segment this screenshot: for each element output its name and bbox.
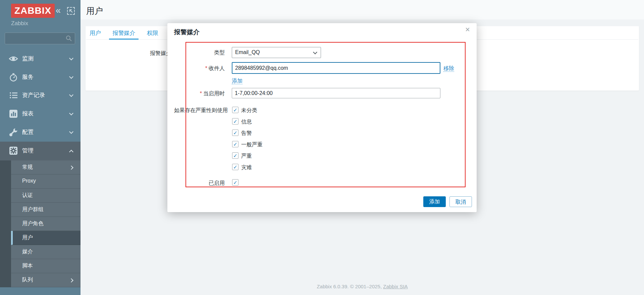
server-name: Zabbix — [11, 20, 28, 27]
send-to-input[interactable] — [232, 62, 440, 74]
footer-zabbix-sia-link[interactable]: Zabbix SIA — [383, 284, 408, 289]
sidebar: ZABBIX « Zabbix 监测 — [0, 0, 80, 295]
inventory-list-icon — [9, 91, 18, 100]
sidebar-item-label: 服务 — [22, 73, 34, 81]
chevron-right-icon — [69, 278, 73, 283]
severity-checkbox-information[interactable]: ✓ — [232, 118, 238, 125]
add-button[interactable]: 添加 — [423, 196, 446, 207]
when-active-input[interactable] — [232, 88, 440, 98]
tab-media[interactable]: 报警媒介 — [109, 26, 139, 40]
type-select-value: Email_QQ — [235, 49, 260, 55]
sidebar-item-administration[interactable]: 管理 — [0, 142, 80, 160]
sidebar-item-label: 报表 — [22, 110, 34, 117]
sidebar-item-label: 资产记录 — [22, 91, 45, 99]
dialog-title: 报警媒介 — [174, 28, 200, 37]
submenu-item-user-roles[interactable]: 用户角色 — [11, 217, 80, 231]
severity-checkbox-warning[interactable]: ✓ — [232, 130, 238, 136]
sidebar-item-inventory[interactable]: 资产记录 — [0, 86, 80, 104]
add-recipient-link[interactable]: 添加 — [232, 78, 243, 84]
remove-link[interactable]: 移除 — [443, 65, 454, 72]
submenu-item-user-groups[interactable]: 用户群组 — [11, 203, 80, 217]
page-title: 用户 — [86, 5, 103, 16]
wrench-icon — [9, 128, 18, 137]
chevron-down-icon — [69, 93, 73, 97]
severity-option-label: 告警 — [241, 130, 252, 137]
chevron-up-icon — [69, 150, 73, 154]
tab-permissions[interactable]: 权限 — [144, 26, 162, 40]
enabled-label: 已启用 — [174, 180, 225, 187]
type-select[interactable]: Email_QQ — [232, 47, 321, 58]
kiosk-mode-icon[interactable] — [67, 7, 75, 15]
chevron-down-icon — [69, 111, 73, 115]
collapse-sidebar-icon[interactable]: « — [56, 5, 61, 16]
sidebar-item-services[interactable]: 服务 — [0, 68, 80, 86]
required-asterisk: * — [205, 65, 207, 71]
eye-icon — [9, 54, 18, 63]
chevron-down-icon — [69, 130, 73, 134]
gear-icon — [9, 146, 18, 155]
severity-option-label: 一般严重 — [241, 141, 263, 148]
submenu-item-queue[interactable]: 队列 — [11, 273, 80, 287]
severity-option-label: 信息 — [241, 118, 252, 126]
sidebar-item-label: 配置 — [22, 128, 34, 136]
send-to-label: *收件人 — [174, 65, 225, 72]
required-asterisk: * — [200, 91, 202, 96]
severity-option-label: 未分类 — [241, 107, 257, 114]
zabbix-logo[interactable]: ZABBIX — [11, 4, 55, 18]
when-active-label: *当启用时 — [174, 90, 225, 97]
chevron-down-icon — [69, 75, 73, 79]
sidebar-item-label: 监测 — [22, 55, 34, 62]
severity-checkbox-not-classified[interactable]: ✓ — [232, 107, 238, 113]
enabled-checkbox[interactable]: ✓ — [232, 179, 238, 186]
report-chart-icon — [9, 109, 18, 118]
sidebar-search — [5, 33, 75, 44]
severity-checkbox-disaster[interactable]: ✓ — [232, 164, 238, 170]
sidebar-item-label: 管理 — [22, 147, 34, 154]
severity-checkbox-average[interactable]: ✓ — [232, 141, 238, 147]
administration-submenu: 常规 Proxy 认证 用户群组 用户角色 用户 媒介 脚本 — [0, 160, 80, 287]
media-dialog: 报警媒介 × 类型 Email_QQ *收件人 移除 添加 *当启用时 如果存在… — [167, 23, 477, 212]
chevron-down-icon — [69, 56, 73, 60]
severity-option-label: 严重 — [241, 153, 252, 160]
page-header — [80, 0, 644, 19]
chevron-down-icon — [313, 50, 317, 54]
footer: Zabbix 6.0.39. © 2001–2025, Zabbix SIA — [80, 284, 644, 289]
zabbix-app: ZABBIX « Zabbix 监测 — [0, 0, 644, 295]
submenu-item-authentication[interactable]: 认证 — [11, 189, 80, 203]
sidebar-item-monitoring[interactable]: 监测 — [0, 50, 80, 68]
search-icon[interactable] — [65, 35, 72, 42]
tab-user[interactable]: 用户 — [86, 26, 104, 40]
severity-label: 如果存在严重性则使用 — [174, 107, 225, 114]
kiosk-arrow-icon — [68, 8, 73, 13]
footer-version-text: Zabbix 6.0.39. © 2001–2025, — [317, 284, 383, 289]
sidebar-item-reports[interactable]: 报表 — [0, 105, 80, 123]
submenu-item-users[interactable]: 用户 — [11, 231, 80, 245]
chevron-right-icon — [69, 165, 73, 170]
submenu-item-scripts[interactable]: 脚本 — [11, 259, 80, 273]
sidebar-item-configuration[interactable]: 配置 — [0, 123, 80, 141]
submenu-item-general[interactable]: 常规 — [11, 160, 80, 175]
submenu-item-media-types[interactable]: 媒介 — [11, 245, 80, 259]
severity-option-label: 灾难 — [241, 164, 252, 171]
stopwatch-icon — [9, 72, 18, 82]
cancel-button[interactable]: 取消 — [449, 196, 472, 207]
close-icon[interactable]: × — [465, 25, 470, 34]
severity-checkbox-high[interactable]: ✓ — [232, 152, 238, 159]
submenu-item-proxy[interactable]: Proxy — [11, 175, 80, 189]
search-input[interactable] — [8, 34, 63, 43]
type-label: 类型 — [174, 49, 225, 56]
